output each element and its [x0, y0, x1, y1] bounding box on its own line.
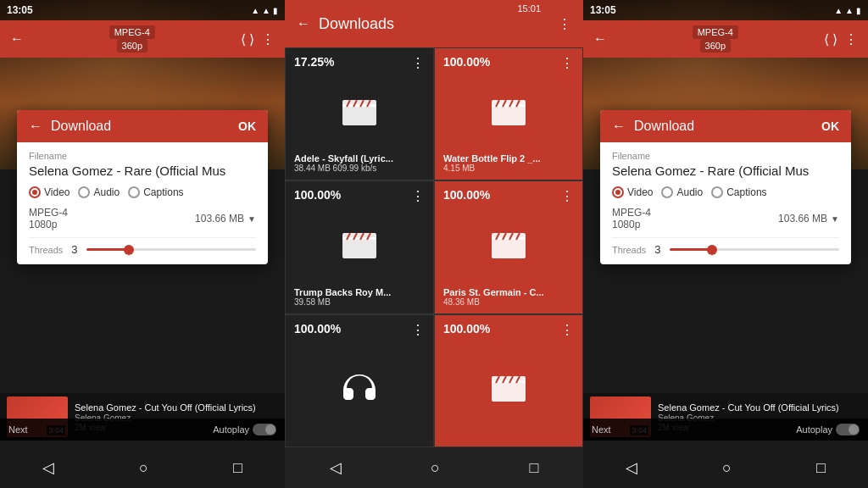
- format-size-right[interactable]: 103.66 MB ▼: [778, 213, 839, 225]
- download-thumb-3: [294, 208, 425, 283]
- download-item-5[interactable]: 100.00% ⋮: [285, 314, 434, 447]
- download-more-6[interactable]: ⋮: [560, 322, 574, 338]
- autoplay-label-left: Autoplay: [213, 424, 249, 435]
- more-icon-right[interactable]: ⋮: [844, 31, 858, 47]
- clapper-icon-3: [338, 225, 381, 267]
- center-nav-home[interactable]: ○: [431, 459, 440, 477]
- app-toolbar-right: ← MPEG-4 360p ⟨ ⟩ ⋮: [583, 20, 868, 58]
- radio-video-label-right: Video: [627, 186, 653, 198]
- slider-fill-left: [86, 248, 129, 251]
- slider-thumb-left: [124, 245, 134, 255]
- threads-slider-left[interactable]: [86, 248, 256, 251]
- autoplay-area-left: Autoplay: [213, 424, 276, 435]
- svg-rect-12: [342, 237, 376, 258]
- download-more-3[interactable]: ⋮: [411, 188, 425, 204]
- download-thumb-2: [443, 75, 574, 150]
- center-nav-recent[interactable]: □: [529, 459, 538, 477]
- next-bar-right: Next Autoplay: [583, 419, 868, 441]
- radio-audio-label-left: Audio: [93, 186, 120, 198]
- download-dialog-right: ← Download OK Filename Selena Gomez - Ra…: [600, 110, 851, 264]
- radio-captions-left[interactable]: Captions: [128, 186, 183, 198]
- autoplay-toggle-right[interactable]: [836, 424, 860, 435]
- threads-value-right: 3: [654, 243, 660, 256]
- downloads-back-icon[interactable]: ←: [297, 16, 310, 31]
- threads-slider-right[interactable]: [670, 248, 839, 251]
- radio-row-right: Video Audio Captions: [612, 186, 839, 198]
- clapper-icon-6: [487, 368, 530, 410]
- next-bar-left: Next Autoplay: [0, 419, 285, 441]
- download-item-6[interactable]: 100.00% ⋮: [434, 314, 583, 447]
- back-icon-left[interactable]: ←: [10, 31, 24, 47]
- share-icon-right[interactable]: ⟨ ⟩: [824, 31, 837, 47]
- radio-video-circle-right: [612, 186, 624, 198]
- share-icon-left[interactable]: ⟨ ⟩: [241, 31, 254, 47]
- download-more-1[interactable]: ⋮: [411, 55, 425, 71]
- radio-video-left[interactable]: Video: [29, 186, 70, 198]
- center-nav-back[interactable]: ◁: [330, 458, 342, 477]
- nav-recent-right[interactable]: □: [816, 459, 826, 477]
- download-percent-5: 100.00%: [294, 322, 341, 336]
- radio-captions-label-left: Captions: [143, 186, 183, 198]
- download-more-2[interactable]: ⋮: [560, 55, 574, 71]
- nav-home-left[interactable]: ○: [139, 459, 148, 477]
- center-panel: ← Downloads 15:01 ⋮ 17.25% ⋮: [285, 0, 583, 488]
- back-icon-right[interactable]: ←: [593, 31, 607, 47]
- format-type-left: MPEG-4: [29, 207, 68, 219]
- download-more-4[interactable]: ⋮: [560, 188, 574, 204]
- threads-label-left: Threads: [29, 245, 63, 255]
- nav-home-right[interactable]: ○: [722, 459, 732, 477]
- headphone-icon: [338, 368, 381, 410]
- nav-back-left[interactable]: ◁: [42, 458, 54, 477]
- next-label-left: Next: [8, 424, 28, 435]
- autoplay-toggle-left[interactable]: [253, 424, 276, 435]
- download-item-2-footer: Water Bottle Flip 2 _... 4.15 MB: [443, 153, 574, 173]
- format-size-left[interactable]: 103.66 MB ▼: [195, 213, 256, 225]
- bottom-nav-right: ◁ ○ □: [583, 447, 868, 488]
- download-name-4: Paris St. Germain - C...: [443, 287, 574, 297]
- download-percent-1: 17.25%: [294, 55, 334, 69]
- dropdown-arrow-left: ▼: [248, 214, 256, 224]
- download-item-4[interactable]: 100.00% ⋮ Paris St. Germain - C... 48.36…: [434, 180, 583, 313]
- format-type-right: MPEG-4: [612, 207, 651, 219]
- next-label-right: Next: [592, 424, 611, 435]
- radio-captions-right[interactable]: Captions: [711, 186, 766, 198]
- download-item-3[interactable]: 100.00% ⋮ Trump Backs Roy M... 39.58 MB: [285, 180, 434, 313]
- dialog-back-icon-right[interactable]: ←: [612, 119, 626, 134]
- status-icons-right: ▲ ▲ ▮: [834, 6, 861, 15]
- clapper-icon-4: [487, 225, 530, 267]
- downloads-toolbar: ← Downloads 15:01 ⋮: [285, 0, 583, 47]
- dialog-ok-right[interactable]: OK: [821, 119, 839, 133]
- radio-audio-right[interactable]: Audio: [661, 186, 703, 198]
- radio-row-left: Video Audio Captions: [29, 186, 256, 198]
- battery-icon: ▮: [273, 6, 278, 15]
- threads-row-left: Threads 3: [29, 243, 256, 256]
- format-left-info: MPEG-4 1080p: [29, 207, 68, 230]
- more-icon-left[interactable]: ⋮: [261, 31, 275, 47]
- nav-recent-left[interactable]: □: [233, 459, 242, 477]
- filename-label-left: Filename: [29, 151, 256, 161]
- dialog-back-icon-left[interactable]: ←: [29, 119, 42, 134]
- download-name-3: Trump Backs Roy M...: [294, 287, 425, 297]
- app-toolbar-left: ← MPEG-4 360p ⟨ ⟩ ⋮: [0, 20, 285, 58]
- radio-audio-left[interactable]: Audio: [78, 186, 120, 198]
- download-more-5[interactable]: ⋮: [411, 322, 425, 338]
- radio-audio-label-right: Audio: [676, 186, 703, 198]
- dialog-header-right-content: ← Download: [612, 119, 694, 134]
- format-res-right: 1080p: [612, 219, 651, 230]
- download-thumb-1: [294, 75, 425, 150]
- download-meta-4: 48.36 MB: [443, 297, 574, 307]
- downloads-more-icon[interactable]: ⋮: [558, 16, 571, 32]
- download-item-1[interactable]: 17.25% ⋮ Adele - Skyfall (Lyric... 38.44…: [285, 47, 434, 180]
- dialog-ok-left[interactable]: OK: [238, 119, 256, 133]
- nav-back-right[interactable]: ◁: [626, 458, 637, 477]
- download-item-6-header: 100.00% ⋮: [443, 322, 574, 338]
- svg-rect-18: [492, 237, 526, 258]
- status-bar-right: 13:05 ▲ ▲ ▮: [583, 0, 868, 20]
- dialog-title-right: Download: [634, 119, 694, 134]
- format-right-info: MPEG-4 1080p: [612, 207, 651, 230]
- radio-video-right[interactable]: Video: [612, 186, 653, 198]
- threads-label-right: Threads: [612, 245, 646, 255]
- resolution-badge-left: 360p: [117, 39, 147, 53]
- download-item-2[interactable]: 100.00% ⋮ Water Bottle Flip 2 _... 4.15 …: [434, 47, 583, 180]
- suggested-title-right: Selena Gomez - Cut You Off (Official Lyr…: [658, 402, 861, 413]
